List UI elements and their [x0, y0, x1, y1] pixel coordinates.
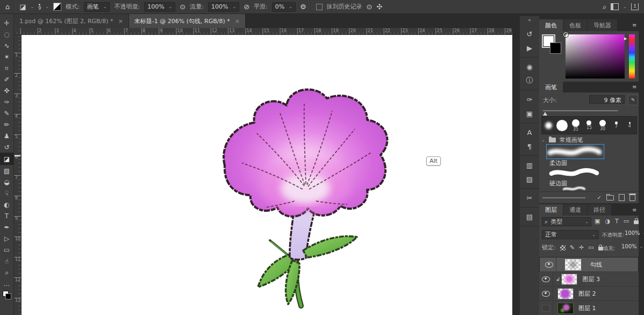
lasso-tool[interactable]: ∿: [1, 40, 13, 51]
blur-tool[interactable]: ◒: [1, 176, 13, 188]
type-tool[interactable]: T: [1, 210, 13, 221]
saturation-brightness-field[interactable]: [566, 34, 625, 78]
search-icon[interactable]: ⌕: [603, 3, 606, 10]
pressure-size-icon[interactable]: ⊙: [367, 3, 373, 10]
layer-row[interactable]: 勾线: [539, 257, 639, 272]
mode-select[interactable]: 画笔⌄: [84, 2, 110, 12]
notes-panel-icon[interactable]: ▤: [523, 212, 536, 221]
tab-swatches[interactable]: 色板: [563, 19, 588, 31]
document-tab-2[interactable]: 未标题-1 @ 206% (勾线, RGB/8) *×: [129, 14, 246, 28]
tab-layers[interactable]: 图层: [539, 204, 563, 216]
layer-thumbnail[interactable]: [557, 288, 574, 299]
opacity-select[interactable]: 100%⌄: [144, 2, 175, 12]
brush-preset[interactable]: [542, 117, 555, 134]
layer-visibility-cell[interactable]: [539, 287, 553, 300]
magic-wand-tool[interactable]: ✶: [1, 51, 13, 62]
document-tab-1[interactable]: 1.psd @ 162% (图层 2, RGB/8) *×: [14, 14, 129, 28]
eye-icon[interactable]: [545, 262, 553, 268]
spot-healing-tool[interactable]: ✜: [1, 85, 13, 96]
tab-channels[interactable]: 通道: [563, 204, 588, 216]
workspace-switcher-icon[interactable]: [611, 3, 619, 10]
marquee-tool[interactable]: ◌: [1, 28, 13, 40]
brush-size-field[interactable]: 9 像素: [589, 95, 625, 104]
collapse-panels-icon[interactable]: «: [528, 16, 531, 25]
foreground-background-swatches[interactable]: [543, 35, 562, 55]
background-color-swatch[interactable]: [550, 42, 561, 54]
symmetry-icon[interactable]: ✣: [376, 3, 382, 10]
panel-menu-icon[interactable]: ≡: [632, 84, 642, 90]
gear-icon[interactable]: ⚙: [300, 3, 306, 10]
lock-artboard-icon[interactable]: ▭: [588, 244, 593, 251]
brush-preset[interactable]: [555, 117, 569, 134]
history-brush-tool[interactable]: ↺: [1, 141, 13, 153]
home-icon[interactable]: ⌂: [5, 3, 10, 10]
brush-item-thumbnail[interactable]: [546, 167, 603, 178]
brush-preset[interactable]: 35: [569, 117, 582, 134]
path-select-tool[interactable]: ▷: [1, 233, 13, 244]
tab-navigator[interactable]: 导航器: [588, 19, 618, 31]
brush-preset[interactable]: 15: [582, 117, 596, 134]
tablet-pressure-toggle-icon[interactable]: [53, 3, 61, 11]
layer-row[interactable]: 图层 2: [539, 287, 639, 301]
panel-menu-icon[interactable]: ≡: [632, 22, 636, 28]
brush-preset[interactable]: 4: [623, 117, 636, 134]
tab-color[interactable]: 颜色: [539, 19, 563, 31]
flow-select[interactable]: 100%⌄: [208, 2, 239, 12]
clone-source-panel-icon[interactable]: ▣: [523, 109, 536, 118]
blend-mode-select[interactable]: 正常 ⌄: [542, 230, 599, 239]
filter-shape-layers-icon[interactable]: ▭: [624, 218, 629, 225]
filter-smart-objects-icon[interactable]: [634, 220, 639, 224]
close-icon[interactable]: ×: [235, 18, 240, 25]
lock-image-pixels-icon[interactable]: ✎: [570, 244, 575, 251]
toolbar-background-swatch[interactable]: [5, 293, 11, 299]
layer-thumbnail[interactable]: [557, 303, 574, 314]
paragraph-panel-icon[interactable]: ¶: [523, 141, 536, 151]
layer-thumbnail[interactable]: [565, 259, 581, 270]
layer-opacity-select[interactable]: 100% ⌄: [625, 230, 644, 236]
layer-row[interactable]: ↲图层 3: [539, 272, 639, 287]
eye-icon[interactable]: [542, 291, 550, 297]
filter-pixel-layers-icon[interactable]: ▣: [595, 218, 600, 225]
hidden-eye-box[interactable]: [542, 305, 550, 312]
close-icon[interactable]: ×: [118, 18, 123, 25]
lock-all-icon[interactable]: [598, 247, 603, 250]
brush-preset-preview[interactable]: 9: [38, 4, 41, 10]
live-tip-preview-icon[interactable]: ✓: [597, 195, 602, 201]
layer-visibility-cell[interactable]: [539, 301, 553, 315]
chevron-down-icon[interactable]: ⌄: [623, 4, 627, 9]
chevron-down-icon[interactable]: ⌄: [45, 4, 49, 9]
tab-paths[interactable]: 路径: [588, 204, 612, 216]
brush-preset[interactable]: 7: [610, 117, 623, 134]
tool-presets-panel-icon[interactable]: ✂: [523, 193, 536, 203]
layer-fill-select[interactable]: 100% ⌄: [621, 244, 643, 249]
pressure-opacity-icon[interactable]: ⊙: [180, 3, 185, 10]
dodge-tool[interactable]: ◐: [1, 199, 13, 210]
filter-adjustment-layers-icon[interactable]: ◑: [605, 218, 610, 225]
tab-brushes[interactable]: 画笔: [539, 82, 563, 92]
eye-icon[interactable]: [542, 276, 550, 282]
lock-position-icon[interactable]: ✛: [579, 244, 584, 251]
properties-panel-icon[interactable]: ◉: [523, 62, 536, 71]
layer-thumbnail[interactable]: [561, 274, 577, 285]
toolbar-color-swatches[interactable]: [3, 291, 11, 299]
lock-transparent-pixels-icon[interactable]: [560, 245, 566, 250]
brush-preset[interactable]: 30: [596, 117, 610, 134]
brush-settings-panel-icon[interactable]: ✑: [523, 95, 536, 104]
layer-row[interactable]: 图层 1: [539, 301, 639, 315]
mixer-brush-tool[interactable]: ✏: [1, 119, 13, 130]
move-tool[interactable]: ✛: [1, 17, 13, 28]
airbrush-icon[interactable]: ⊘: [244, 3, 249, 10]
libraries-panel-icon[interactable]: ▥: [523, 160, 536, 170]
new-brush-icon[interactable]: [619, 194, 625, 201]
brush-item-thumbnail[interactable]: [546, 186, 603, 191]
canvas[interactable]: [22, 35, 512, 315]
vertical-ruler[interactable]: 12345678910111213: [14, 35, 22, 315]
stroke-preview-slider[interactable]: [542, 197, 585, 198]
new-group-icon[interactable]: [606, 195, 614, 201]
brush-folder-row[interactable]: ⌄ 常规画笔: [541, 136, 583, 144]
adjustments-panel-icon[interactable]: ▨: [523, 174, 536, 184]
brush-item-thumbnail[interactable]: [546, 144, 604, 159]
share-icon[interactable]: ↥: [631, 3, 639, 10]
horizontal-ruler[interactable]: 2345678910111213141516171819202122232425…: [14, 28, 512, 35]
brush-settings-toggle-button[interactable]: ✎: [628, 95, 638, 105]
